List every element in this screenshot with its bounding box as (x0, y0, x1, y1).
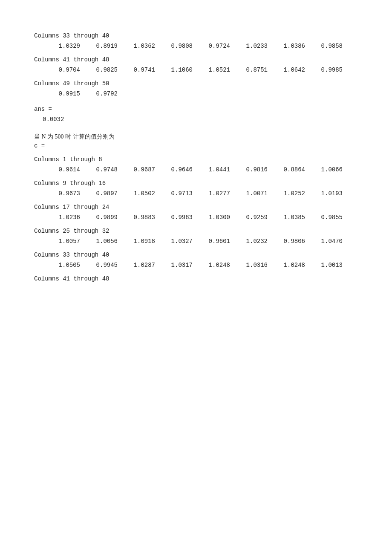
data-cell: 1.0470 (305, 238, 343, 245)
ans-label: ans = (34, 106, 392, 113)
data-cell: 1.0233 (230, 43, 268, 49)
data-cell: 1.0057 (43, 238, 80, 245)
data-cell: 1.0385 (268, 214, 305, 221)
data-cell: 1.0071 (230, 190, 268, 197)
data-cell: 0.9687 (118, 166, 155, 173)
data-cell: 0.9748 (80, 166, 118, 173)
data-cell: 1.0252 (268, 190, 305, 197)
chinese-text: 当 N 为 500 时 计算的值分别为 (34, 133, 392, 141)
column-section: Columns 41 through 480.97040.98250.97411… (34, 56, 392, 73)
data-cell: 0.9825 (80, 66, 118, 73)
column-section: Columns 9 through 160.96730.98971.05020.… (34, 180, 392, 197)
bottom-sections: Columns 1 through 80.96140.97480.96870.9… (34, 156, 392, 282)
data-cell: 0.9858 (305, 43, 343, 49)
data-cell: 0.9855 (305, 214, 343, 221)
data-cell: 0.9614 (43, 166, 80, 173)
data-cell: 1.0056 (80, 238, 118, 245)
data-cell: 0.9741 (118, 66, 155, 73)
c-label: c = (34, 142, 392, 149)
data-cell: 0.9673 (43, 190, 80, 197)
column-header: Columns 9 through 16 (34, 180, 392, 187)
column-section: Columns 33 through 401.05050.99451.02871… (34, 251, 392, 269)
column-header: Columns 1 through 8 (34, 156, 392, 163)
data-cell: 1.0232 (230, 238, 268, 245)
data-cell: 1.0287 (118, 262, 155, 269)
data-cell: 1.0013 (305, 262, 343, 269)
data-cell: 0.9259 (230, 214, 268, 221)
column-header: Columns 41 through 48 (34, 56, 392, 63)
data-cell: 0.9985 (305, 66, 343, 73)
data-cell: 0.9806 (268, 238, 305, 245)
column-section: Columns 33 through 401.03290.89191.03620… (34, 32, 392, 49)
column-section: Columns 49 through 500.99150.9792 (34, 80, 392, 97)
data-cell: 1.0329 (43, 43, 80, 49)
data-row: 0.96140.97480.96870.96461.04410.98160.88… (34, 166, 392, 173)
data-cell: 1.0316 (230, 262, 268, 269)
column-section: Columns 41 through 48 (34, 275, 392, 282)
data-row: 0.96730.98971.05020.97131.02771.00711.02… (34, 190, 392, 197)
data-cell: 1.0317 (155, 262, 193, 269)
data-row: 1.03290.89191.03620.98080.97241.02331.03… (34, 43, 392, 49)
ans-block: ans = 0.0032 (34, 106, 392, 123)
data-cell: 1.0642 (268, 66, 305, 73)
column-header: Columns 41 through 48 (34, 275, 392, 282)
column-header: Columns 25 through 32 (34, 228, 392, 234)
data-cell: 1.0502 (118, 190, 155, 197)
column-section: Columns 25 through 321.00571.00561.09181… (34, 228, 392, 245)
column-header: Columns 49 through 50 (34, 80, 392, 87)
data-cell: 1.0386 (268, 43, 305, 49)
data-cell: 1.1060 (155, 66, 193, 73)
column-header: Columns 17 through 24 (34, 204, 392, 211)
column-header: Columns 33 through 40 (34, 251, 392, 258)
top-sections: Columns 33 through 401.03290.89191.03620… (34, 32, 392, 97)
data-cell: 1.0236 (43, 214, 80, 221)
column-header: Columns 33 through 40 (34, 32, 392, 39)
data-cell: 0.9816 (230, 166, 268, 173)
data-cell: 0.9883 (118, 214, 155, 221)
data-cell: 1.0327 (155, 238, 193, 245)
data-cell: 0.8751 (230, 66, 268, 73)
column-section: Columns 1 through 80.96140.97480.96870.9… (34, 156, 392, 173)
data-row: 1.02360.98990.98830.99831.03000.92591.03… (34, 214, 392, 221)
data-cell: 0.9713 (155, 190, 193, 197)
data-cell: 0.9915 (43, 90, 80, 97)
data-cell: 0.9945 (80, 262, 118, 269)
data-row: 0.97040.98250.97411.10601.05210.87511.06… (34, 66, 392, 73)
data-cell: 1.0505 (43, 262, 80, 269)
data-cell: 0.9899 (80, 214, 118, 221)
data-cell: 0.9724 (193, 43, 230, 49)
data-cell: 0.9646 (155, 166, 193, 173)
content-area: Columns 33 through 401.03290.89191.03620… (34, 32, 392, 282)
ans-value: 0.0032 (34, 116, 392, 123)
data-cell: 0.9897 (80, 190, 118, 197)
data-cell: 0.9983 (155, 214, 193, 221)
data-cell: 0.8919 (80, 43, 118, 49)
data-cell: 0.8864 (268, 166, 305, 173)
data-cell: 1.0521 (193, 66, 230, 73)
data-cell: 0.9808 (155, 43, 193, 49)
data-cell: 1.0277 (193, 190, 230, 197)
data-cell: 1.0362 (118, 43, 155, 49)
data-cell: 1.0193 (305, 190, 343, 197)
data-row: 1.00571.00561.09181.03270.96011.02320.98… (34, 238, 392, 245)
data-cell: 0.9601 (193, 238, 230, 245)
data-cell: 0.9792 (80, 90, 118, 97)
data-cell: 1.0441 (193, 166, 230, 173)
data-cell: 0.9704 (43, 66, 80, 73)
data-cell: 1.0918 (118, 238, 155, 245)
data-row: 1.05050.99451.02871.03171.02481.03161.02… (34, 262, 392, 269)
data-row: 0.99150.9792 (34, 90, 392, 97)
column-section: Columns 17 through 241.02360.98990.98830… (34, 204, 392, 221)
data-cell: 1.0300 (193, 214, 230, 221)
data-cell: 1.0066 (305, 166, 343, 173)
data-cell: 1.0248 (193, 262, 230, 269)
data-cell: 1.0248 (268, 262, 305, 269)
